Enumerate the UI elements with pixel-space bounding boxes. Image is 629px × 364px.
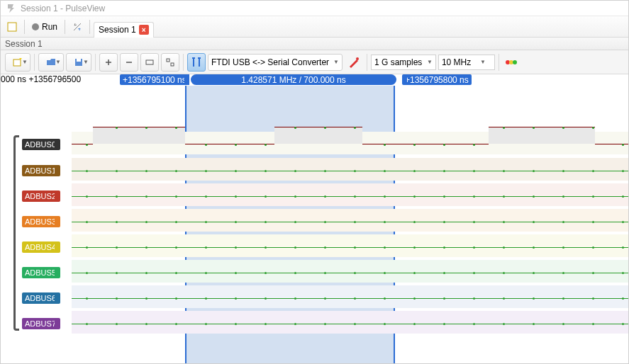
zoom-in-button[interactable] [99, 53, 118, 72]
save-button[interactable]: ▼ [66, 53, 91, 72]
trace-background [72, 285, 628, 308]
sample-dot [265, 297, 267, 300]
sample-dot [145, 246, 147, 249]
trace-background [72, 183, 628, 206]
channels-button[interactable] [503, 53, 521, 72]
channel-labels-pane: ADBUS0ADBUS1ADBUS2ADBUS3ADBUS4ADBUS5ADBU… [1, 86, 72, 364]
device-selector[interactable]: FTDI USB <-> Serial Converter ▼ [208, 54, 343, 71]
svg-rect-9 [513, 60, 517, 64]
zoom-fit-button[interactable] [140, 53, 159, 72]
sample-dot [413, 221, 416, 223]
sample-dot [116, 170, 118, 172]
samplerate-input[interactable] [442, 57, 477, 67]
svg-rect-5 [171, 63, 174, 66]
chevron-down-icon: ▼ [83, 59, 89, 65]
session-tab[interactable]: Session 1 × [94, 22, 154, 38]
channel-group-bracket[interactable] [13, 135, 19, 331]
device-name: FTDI USB <-> Serial Converter [211, 57, 329, 67]
sample-dot [116, 297, 118, 300]
sample-dot [503, 170, 505, 172]
zoom-out-button[interactable] [120, 53, 138, 72]
chevron-down-icon: ▼ [55, 59, 61, 65]
channel-label[interactable]: ADBUS0 [22, 139, 60, 150]
sample-dot [592, 272, 594, 274]
sample-dot [473, 221, 475, 223]
sample-dot [324, 127, 326, 129]
channel-label[interactable]: ADBUS5 [22, 267, 60, 278]
sample-dot [175, 221, 177, 223]
cursor-right-flag[interactable]: +1356795800 ns [402, 74, 472, 85]
sample-dot [324, 246, 326, 249]
sample-dot [562, 246, 564, 249]
sample-dot [592, 195, 594, 198]
channel-label[interactable]: ADBUS3 [22, 216, 60, 227]
sample-dot [265, 221, 267, 223]
sample-dot [175, 195, 177, 198]
sample-dot [503, 127, 505, 129]
sample-dot [592, 127, 594, 129]
run-button[interactable]: Run [28, 19, 61, 35]
cursor-range-label[interactable]: 1.428571 MHz / 700.000 ns [191, 74, 396, 85]
sample-dot [324, 323, 326, 325]
sample-dot [592, 323, 594, 325]
channel-label[interactable]: ADBUS4 [22, 241, 60, 253]
samples-input[interactable] [374, 57, 424, 67]
channel-label[interactable]: ADBUS1 [22, 165, 60, 176]
sample-dot [354, 323, 356, 325]
sample-dot [413, 170, 416, 172]
sample-dot [562, 297, 564, 300]
main-toolbar: Run Session 1 × [1, 16, 628, 38]
sample-dot [384, 221, 386, 223]
sample-dot [384, 144, 386, 146]
chevron-down-icon: ▼ [480, 59, 486, 65]
trace-viewport[interactable]: ADBUS0ADBUS1ADBUS2ADBUS3ADBUS4ADBUS5ADBU… [1, 86, 628, 364]
trace-line [72, 298, 628, 299]
sample-dot [533, 195, 535, 198]
sample-dot [622, 272, 624, 274]
cursor-left-flag[interactable]: +1356795100 ns [120, 74, 189, 85]
zoom-1-1-button[interactable] [161, 53, 179, 72]
sample-dot [86, 323, 88, 325]
sample-dot [235, 170, 237, 172]
sample-dot [533, 246, 535, 249]
sample-dot [503, 195, 505, 198]
sample-dot [145, 323, 147, 325]
channel-label[interactable]: ADBUS6 [22, 292, 60, 304]
sample-dot [86, 195, 88, 198]
sample-dot [235, 272, 237, 274]
sample-dot [503, 221, 505, 223]
sample-dot [443, 323, 445, 325]
sample-dot [235, 221, 237, 223]
samples-combo[interactable]: ▼ [371, 55, 436, 70]
channel-label[interactable]: ADBUS2 [22, 190, 60, 202]
sample-dot [265, 170, 267, 172]
sample-dot [413, 272, 416, 274]
trace-segment-high [274, 127, 362, 144]
samplerate-combo[interactable]: ▼ [438, 55, 495, 70]
new-session-button[interactable] [4, 19, 21, 35]
configure-device-button[interactable] [345, 53, 363, 72]
sample-dot [235, 246, 237, 249]
trace-line [72, 324, 628, 324]
ruler-label: 000 ns [1, 74, 26, 84]
session-toolbar: ▼ ▼ ▼ FTDI USB <-> Serial Converter ▼ ▼ … [1, 50, 628, 74]
sample-dot [533, 297, 535, 300]
channel-label[interactable]: ADBUS7 [22, 318, 60, 329]
sample-dot [473, 272, 475, 274]
sample-dot [384, 170, 386, 172]
sample-dot [622, 195, 624, 198]
sample-dot [294, 221, 296, 223]
sample-dot [265, 195, 267, 198]
cursors-toggle[interactable] [187, 53, 206, 72]
open-button[interactable]: ▼ [38, 53, 64, 72]
settings-button[interactable] [69, 19, 86, 35]
record-icon [32, 23, 39, 30]
traces-pane[interactable] [72, 86, 628, 364]
timeline-header[interactable]: +1356795100 ns 1.428571 MHz / 700.000 ns… [1, 74, 628, 86]
sample-dot [324, 297, 326, 300]
sample-dot [354, 272, 356, 274]
new-view-button[interactable]: ▼ [5, 53, 30, 72]
sample-dot [175, 297, 177, 300]
sample-dot [145, 297, 147, 300]
tab-close-button[interactable]: × [139, 25, 149, 35]
